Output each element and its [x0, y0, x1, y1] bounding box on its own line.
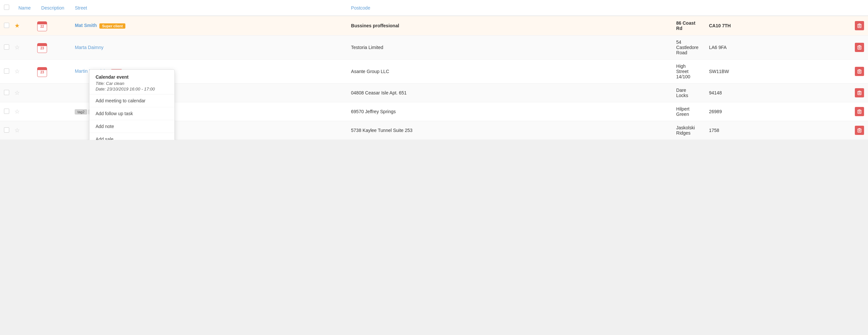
postcode-cell: 1758 — [704, 121, 849, 140]
star-icon[interactable]: ☆ — [14, 44, 20, 51]
name-cell: Marta Daimny — [69, 35, 345, 60]
postcode-cell: LA6 9FA — [704, 35, 849, 60]
cal-day-number: 22 — [40, 24, 44, 28]
table-row: ★ 22 Mat SmithSuper clientBussines proff… — [0, 16, 868, 35]
client-name-link[interactable]: Mat Smith — [75, 23, 97, 28]
star-icon[interactable]: ☆ — [14, 68, 20, 75]
description-cell: Asante Group LLC — [346, 60, 671, 84]
delete-cell — [849, 84, 868, 102]
street-cell: High Street 14/100 — [671, 60, 704, 84]
select-all-checkbox[interactable] — [4, 5, 9, 10]
star-icon[interactable]: ☆ — [14, 108, 20, 115]
popup-menu-item[interactable]: Add sale — [90, 133, 175, 140]
postcode-cell: CA10 7TH — [704, 16, 849, 35]
popup-menu-item[interactable]: Add meeting to calendar — [90, 94, 175, 107]
street-cell: Dare Locks — [671, 84, 704, 102]
delete-button[interactable] — [855, 21, 864, 30]
contacts-table-wrapper: Name Description Street Postcode ★ 22 Ma… — [0, 0, 868, 140]
description-cell: 69570 Jeffrey Springs — [346, 102, 671, 121]
popup-title: Title: Car clean — [95, 81, 168, 86]
row-checkbox[interactable] — [4, 23, 9, 28]
client-badge: Super client — [99, 23, 125, 29]
delete-cell — [849, 102, 868, 121]
postcode-cell: 26989 — [704, 102, 849, 121]
description-cell: 04808 Ceasar Isle Apt. 651 — [346, 84, 671, 102]
table-row: ☆ 23 Martin KowalskyVIP Calendar event T… — [0, 60, 868, 84]
postcode-cell: 94148 — [704, 84, 849, 102]
popup-menu-item[interactable]: Add follow up task — [90, 107, 175, 120]
popup-date: Date: 23/10/2019 16:00 - 17:00 — [95, 87, 168, 91]
description-cell: 5738 Kaylee Tunnel Suite 253 — [346, 121, 671, 140]
delete-button[interactable] — [855, 88, 864, 97]
street-cell: 54 Castledore Road — [671, 35, 704, 60]
postcode-cell: SW11BW — [704, 60, 849, 84]
street-cell: Jaskolski Ridges — [671, 121, 704, 140]
header-street: Street — [69, 0, 345, 16]
header-actions — [671, 0, 704, 16]
row-checkbox[interactable] — [4, 68, 9, 74]
row-checkbox[interactable] — [4, 127, 9, 132]
delete-cell — [849, 121, 868, 140]
name-cell: Martin KowalskyVIP Calendar event Title:… — [69, 60, 345, 84]
delete-button[interactable] — [855, 43, 864, 52]
popup-cal-event-title: Calendar event — [95, 74, 168, 80]
context-menu-popup: Calendar event Title: Car clean Date: 23… — [89, 69, 175, 140]
name-cell: Mat SmithSuper client — [69, 16, 345, 35]
star-icon[interactable]: ☆ — [14, 90, 20, 96]
header-description: Description — [36, 0, 69, 16]
delete-button[interactable] — [855, 126, 864, 135]
tag[interactable]: tag2 — [75, 109, 87, 115]
header-postcode: Postcode — [346, 0, 671, 16]
calendar-icon[interactable]: 23 — [37, 67, 47, 77]
table-row: ☆ 23 Marta DaimnyTestoria Limited54 Cast… — [0, 35, 868, 60]
row-checkbox[interactable] — [4, 44, 9, 50]
popup-menu-item[interactable]: Add note — [90, 120, 175, 133]
star-icon[interactable]: ★ — [14, 22, 20, 29]
popup-header: Calendar event Title: Car clean Date: 23… — [90, 70, 175, 94]
street-cell: Hilpert Green — [671, 102, 704, 121]
row-checkbox[interactable] — [4, 109, 9, 114]
street-cell: 86 Coast Rd — [671, 16, 704, 35]
delete-button[interactable] — [855, 107, 864, 116]
description-cell: Bussines proffesional — [346, 16, 671, 35]
client-name-link[interactable]: Marta Daimny — [75, 45, 103, 50]
delete-cell — [849, 60, 868, 84]
header-name: Name — [13, 0, 36, 16]
table-header-row: Name Description Street Postcode — [0, 0, 868, 16]
cal-day-number: 23 — [40, 46, 44, 50]
contacts-table: Name Description Street Postcode ★ 22 Ma… — [0, 0, 868, 140]
calendar-icon[interactable]: 23 — [37, 43, 47, 53]
star-icon[interactable]: ☆ — [14, 127, 20, 133]
calendar-icon[interactable]: 22 — [37, 21, 47, 31]
delete-button[interactable] — [855, 67, 864, 76]
cal-day-number: 23 — [40, 70, 44, 74]
delete-cell — [849, 16, 868, 35]
delete-cell — [849, 35, 868, 60]
row-checkbox[interactable] — [4, 90, 9, 95]
description-cell: Testoria Limited — [346, 35, 671, 60]
header-check[interactable] — [0, 0, 13, 16]
